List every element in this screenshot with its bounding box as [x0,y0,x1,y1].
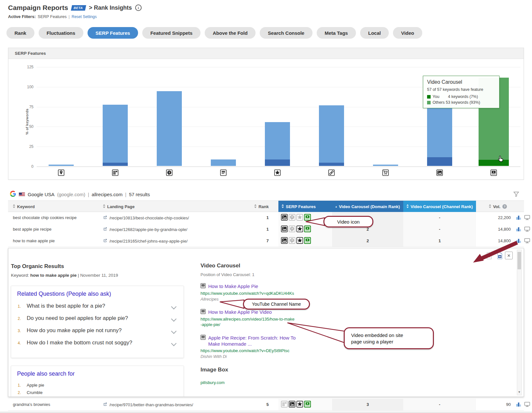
image-pack-feature-icon[interactable] [281,214,288,222]
related-questions-feature-icon[interactable]: ? [289,226,295,233]
tab-rank[interactable]: Rank [6,27,34,39]
bar-segment-others [265,122,290,159]
detail-scrollbar[interactable]: ▼ [517,250,522,395]
column-video-carousel-channel-rank[interactable]: Video Carousel (Channel Rank) [403,201,476,212]
row-action-icons [516,235,530,247]
related-question-row[interactable]: 1.What is the best apple for a pie? [11,303,183,315]
tab-search-console[interactable]: Search Console [260,27,312,39]
column-landing-page[interactable]: Landing Page [103,201,135,212]
landing-page-link[interactable]: /recipe/219165/chef-johns-easy-apple-pie… [103,235,188,247]
reviews-feature-icon[interactable] [296,226,303,233]
people-also-search-title: People also search for [17,370,75,377]
channel-rank-cell: 1 [403,235,476,247]
video-entry: Apple Pie Recipe: From Scratch: How To M… [201,335,300,359]
tab-local[interactable]: Local [360,27,389,39]
reviews-icon [274,169,281,177]
image-pack-feature-icon[interactable] [281,226,288,233]
trend-chart-icon[interactable] [516,401,521,408]
sort-icon [406,204,409,209]
channel-rank-cell: - [403,224,476,235]
tab-fluctuations[interactable]: Fluctuations [39,27,83,39]
tab-featured-snippets[interactable]: Featured Snippets [142,27,201,39]
export-word-icon[interactable]: W [497,252,503,261]
row-action-icons [516,212,530,224]
video-icon [201,335,206,341]
bar-related-questions[interactable] [157,91,182,166]
video-title-link[interactable]: How to Make Apple Pie Video [201,309,300,315]
landing-page-link[interactable]: /recipe/10813/best-chocolate-chip-cookie… [103,212,189,224]
info-icon[interactable]: i [135,5,142,11]
video-carousel-feature-icon[interactable] [304,401,311,408]
us-flag-icon [19,192,25,197]
reviews-feature-icon[interactable] [296,214,303,222]
column-rank[interactable]: Rank [233,201,269,212]
keyword-cell: best apple pie recipe [13,224,51,235]
chevron-down-icon[interactable] [171,341,177,346]
question-number: 2. [18,316,21,321]
volume-cell: 90 [474,399,511,410]
scrollbar-thumb[interactable] [518,252,521,269]
top-stories-feature-icon[interactable] [281,401,288,408]
column-serp-features[interactable]: SERP Features [278,201,332,212]
video-carousel-feature-icon[interactable] [304,237,311,245]
serp-snapshot-icon[interactable] [524,226,530,233]
chevron-down-icon[interactable] [171,316,177,322]
serp-snapshot-icon[interactable] [524,401,530,408]
item-text: Crumble [27,390,42,395]
video-title-link[interactable]: Apple Pie Recipe: From Scratch: How To M… [201,335,300,347]
reviews-feature-icon[interactable] [296,237,303,245]
export-pdf-icon[interactable]: A [486,252,492,261]
related-question-row[interactable]: 4.How do I make the bottom crust not sog… [11,340,183,352]
landing-page-link[interactable]: /recipe/12682/apple-pie-by-grandma-ople/ [103,224,187,235]
search-engine: Google USA [28,192,54,197]
trend-chart-icon[interactable] [516,226,521,233]
column-keyword[interactable]: Keyword [13,201,35,212]
related-question-row[interactable]: 2.Do you need to peel apples for apple p… [11,315,183,327]
related-questions-feature-icon[interactable]: ? [289,237,295,245]
scrollbar-down-arrow[interactable]: ▼ [517,390,521,394]
video-title-link[interactable]: How to Make Apple Pie [201,283,300,290]
trend-chart-icon[interactable] [516,215,521,221]
related-questions-feature-icon[interactable]: ? [289,214,295,222]
bar-featured-snippet[interactable] [211,159,236,166]
bar-local-pack[interactable] [49,165,74,166]
chevron-down-icon[interactable] [171,304,177,310]
bar-shopping-results[interactable] [373,165,398,166]
column-video-carousel-domain-rank[interactable]: ▴Video Carousel (Domain Rank) [332,201,403,212]
bar-image-pack[interactable] [427,103,452,166]
tab-above-the-fold[interactable]: Above the Fold [205,27,256,39]
video-carousel-feature-icon[interactable] [304,226,311,233]
bar-sitelinks[interactable] [319,105,344,166]
image-box-site-link[interactable]: pillsbury.com [201,380,300,385]
bar-top-stories[interactable] [103,105,128,166]
chevron-down-icon[interactable] [171,329,177,334]
tab-serp-features[interactable]: SERP Features [88,27,138,39]
filter-icon[interactable] [513,191,519,198]
tooltip-others-row: Others 53 keywords (93%) [427,100,495,105]
close-icon[interactable]: ✕ [505,252,513,259]
serp-snapshot-icon[interactable] [524,215,530,221]
reset-settings-link[interactable]: Reset Settings [71,14,97,19]
serp-features-cell: ? [281,235,311,247]
column-volume[interactable]: Vol.? [489,201,507,212]
video-carousel-section-title: Video Carousel [201,263,240,269]
serp-snapshot-icon[interactable] [524,238,530,245]
tab-meta-tags[interactable]: Meta Tags [317,27,356,39]
y-tick-label: 125 [11,65,33,69]
tab-video[interactable]: Video [393,27,422,39]
landing-page-link[interactable]: /recipe/9701/better-than-grandmas-browni… [103,399,193,410]
next-row-strip [0,412,532,413]
image-pack-feature-icon[interactable] [281,237,288,245]
related-question-row[interactable]: 3.How do you make apple pie not runny? [11,327,183,340]
sort-icon [103,204,105,209]
bar-reviews[interactable] [265,122,290,166]
trend-chart-icon[interactable] [516,238,521,244]
search-engine-domain: (google.com) [57,192,85,197]
help-icon: ? [502,204,507,209]
reviews-feature-icon[interactable] [296,401,303,408]
related-questions-title: Related Questions (People also ask) [17,291,111,297]
bar-segment-others [427,103,452,157]
video-carousel-feature-icon[interactable] [304,214,311,222]
image-pack-feature-icon[interactable] [289,401,295,408]
chart-tooltip: Video Carousel 57 of 57 keywords have fe… [423,76,499,108]
